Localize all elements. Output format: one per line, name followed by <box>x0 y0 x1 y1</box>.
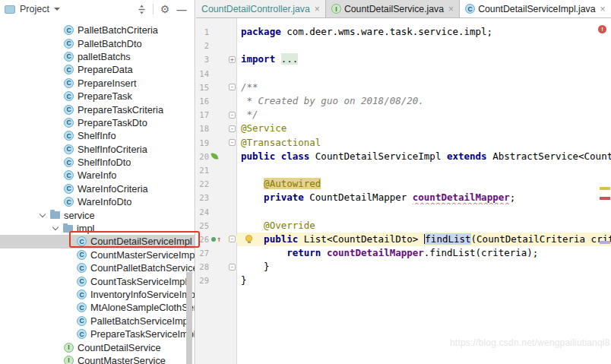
code-text: public List<CountDetailDto> findList(Cou… <box>237 233 611 246</box>
tree-item-PrepareData[interactable]: CPrepareData <box>0 63 195 76</box>
fold-collapse-icon[interactable]: - <box>229 125 236 132</box>
tab-countdetailservice-java[interactable]: I CountDetailService.java × <box>326 0 460 17</box>
collapse-all-icon[interactable] <box>135 2 148 16</box>
code-line-28[interactable]: 28- } <box>196 260 611 274</box>
tree-item-impl[interactable]: impl <box>0 222 195 235</box>
code-line-29[interactable]: 29} <box>196 274 611 287</box>
chevron-expanded-icon[interactable] <box>38 210 48 220</box>
tree-item-service[interactable]: service <box>0 208 195 221</box>
fold-collapse-icon[interactable]: - <box>229 236 236 242</box>
class-icon: C <box>64 91 74 101</box>
fold-collapse-icon[interactable]: - <box>229 139 236 146</box>
file-error-indicator-icon[interactable]: ! <box>598 25 606 33</box>
code-line-18[interactable]: 18-@Service <box>196 122 611 135</box>
class-icon: C <box>77 277 87 286</box>
code-line-27[interactable]: 27 return countDetailMapper.findList(cri… <box>196 246 611 260</box>
chevron-expanded-icon[interactable] <box>51 223 61 233</box>
tree-item-label: PrepareTaskCriteria <box>78 104 163 116</box>
chevron-down-icon[interactable] <box>54 8 60 11</box>
minimize-icon[interactable]: — <box>175 2 188 16</box>
override-marker-icon[interactable] <box>211 237 216 242</box>
tree-scrollbar[interactable] <box>186 272 192 364</box>
class-icon: C <box>64 105 74 115</box>
tree-item-CountDetailService[interactable]: ICountDetailService <box>0 340 195 353</box>
class-icon: C <box>64 25 74 35</box>
tree-item-label: PrepareTaskDto <box>78 117 147 128</box>
intention-bulb-icon[interactable] <box>245 235 252 242</box>
code-line-24[interactable]: 24 <box>196 204 611 218</box>
code-text: } <box>237 274 611 287</box>
tree-item-CountDetailServiceImpl[interactable]: CCountDetailServiceImpl <box>0 235 195 248</box>
tree-item-PrepareTaskCriteria[interactable]: CPrepareTaskCriteria <box>0 103 195 116</box>
tree-item-PalletBatchCriteria[interactable]: CPalletBatchCriteria <box>0 24 195 36</box>
tree-item-label: WareInfoCriteria <box>78 183 148 195</box>
code-line-25[interactable]: 25 @Override <box>196 219 611 233</box>
tree-item-PalletBatchServiceImpl[interactable]: CPalletBatchServiceImpl <box>0 315 195 328</box>
code-line-14[interactable]: 14 <box>196 67 611 81</box>
code-text <box>237 163 611 177</box>
tree-item-label: ShelfInfoCriteria <box>78 144 147 155</box>
stripe-mark-warning[interactable] <box>600 187 610 190</box>
interface-icon: I <box>331 4 341 14</box>
tree-item-PrepareTaskServiceImpl[interactable]: CPrepareTaskServiceImpl <box>0 328 195 340</box>
code-editor[interactable]: 1package com.deer.wms.ware.task.service.… <box>196 18 611 364</box>
code-line-19[interactable]: 19-@Transactional <box>196 136 611 150</box>
code-line-1[interactable]: 1package com.deer.wms.ware.task.service.… <box>196 25 611 39</box>
tree-item-InventoryInfoServiceImple[interactable]: CInventoryInfoServiceImple <box>0 288 195 301</box>
line-number: 18 <box>196 124 209 133</box>
code-line-15[interactable]: 15-/** <box>196 81 611 94</box>
code-line-22[interactable]: 22 @Autowired <box>196 177 611 191</box>
tree-item-CountTaskServiceImpl[interactable]: CCountTaskServiceImpl <box>0 274 195 287</box>
tree-item-PrepareTaskDto[interactable]: CPrepareTaskDto <box>0 116 195 129</box>
code-line-23[interactable]: 23 private CountDetailMapper countDetail… <box>196 191 611 204</box>
watermark-text: https://blog.csdn.net/wengpailiutianqi8 <box>450 337 610 348</box>
tree-item-MtAloneSampleClothServi[interactable]: CMtAloneSampleClothServi <box>0 301 195 314</box>
tab-countdetailcontroller-java[interactable]: CountDetailController.java × <box>196 0 326 17</box>
line-number: 27 <box>196 248 209 258</box>
tree-item-label: PrepareData <box>78 64 133 75</box>
line-number: 15 <box>196 83 209 92</box>
tree-item-CountMasterServiceImpl[interactable]: CCountMasterServiceImpl <box>0 248 195 261</box>
tree-item-ShelfInfoDto[interactable]: CShelfInfoDto <box>0 156 195 169</box>
code-line-20[interactable]: 20public class CountDetailServiceImpl ex… <box>196 150 611 163</box>
tree-item-PrepareInsert[interactable]: CPrepareInsert <box>0 77 195 90</box>
tree-item-CountPalletBatchServiceIm[interactable]: CCountPalletBatchServiceIm <box>0 261 195 274</box>
line-number: 20 <box>196 152 209 161</box>
code-text: */ <box>237 108 611 122</box>
code-line-26[interactable]: 26↑- public List<CountDetailDto> findLis… <box>196 233 611 246</box>
tree-item-palletBatchs[interactable]: CpalletBatchs <box>0 50 195 63</box>
tree-item-WareInfoCriteria[interactable]: CWareInfoCriteria <box>0 182 195 195</box>
close-icon[interactable]: × <box>600 5 606 14</box>
fold-collapse-icon[interactable]: - <box>229 112 236 119</box>
close-icon[interactable]: × <box>448 5 454 14</box>
tab-countdetailserviceimpl-java[interactable]: C CountDetailServiceImpl.java × <box>460 0 611 17</box>
tree-item-label: WareInfoDto <box>78 196 131 207</box>
close-icon[interactable]: × <box>315 5 320 14</box>
line-number: 1 <box>196 27 209 36</box>
code-line-21[interactable]: 21 <box>196 163 611 177</box>
code-line-17[interactable]: 17- */ <box>196 108 611 122</box>
tree-item-CountMasterService[interactable]: ICountMasterService <box>0 354 195 364</box>
code-line-3[interactable]: 3+import ... <box>196 52 611 66</box>
tree-item-label: PrepareTaskServiceImpl <box>90 328 195 340</box>
tree-item-WareInfoDto[interactable]: CWareInfoDto <box>0 195 195 208</box>
code-line-16[interactable]: 16 * Created by guo on 2018/08/20. <box>196 94 611 108</box>
tree-item-WareInfo[interactable]: CWareInfo <box>0 169 195 182</box>
fold-collapse-icon[interactable]: - <box>229 264 236 271</box>
tree-item-ShelfInfo[interactable]: CShelfInfo <box>0 129 195 142</box>
fold-expand-icon[interactable]: + <box>229 56 236 63</box>
overrides-arrow-icon[interactable]: ↑ <box>217 236 221 243</box>
stripe-mark-error[interactable] <box>600 197 610 200</box>
gear-icon[interactable]: ⚙ <box>158 2 172 16</box>
class-icon: C <box>77 236 87 246</box>
fold-collapse-icon[interactable]: - <box>229 84 236 90</box>
code-text: } <box>237 260 611 274</box>
spring-bean-icon[interactable] <box>211 153 218 160</box>
tree-item-label: CountMasterService <box>78 355 166 364</box>
tree-item-PalletBatchDto[interactable]: CPalletBatchDto <box>0 36 195 49</box>
code-line-2[interactable]: 2 <box>196 39 611 52</box>
tree-item-ShelfInfoCriteria[interactable]: CShelfInfoCriteria <box>0 143 195 156</box>
stripe-mark-usage[interactable] <box>600 241 610 244</box>
project-panel-title[interactable]: Project <box>20 4 49 14</box>
tree-item-PrepareTask[interactable]: CPrepareTask <box>0 90 195 103</box>
